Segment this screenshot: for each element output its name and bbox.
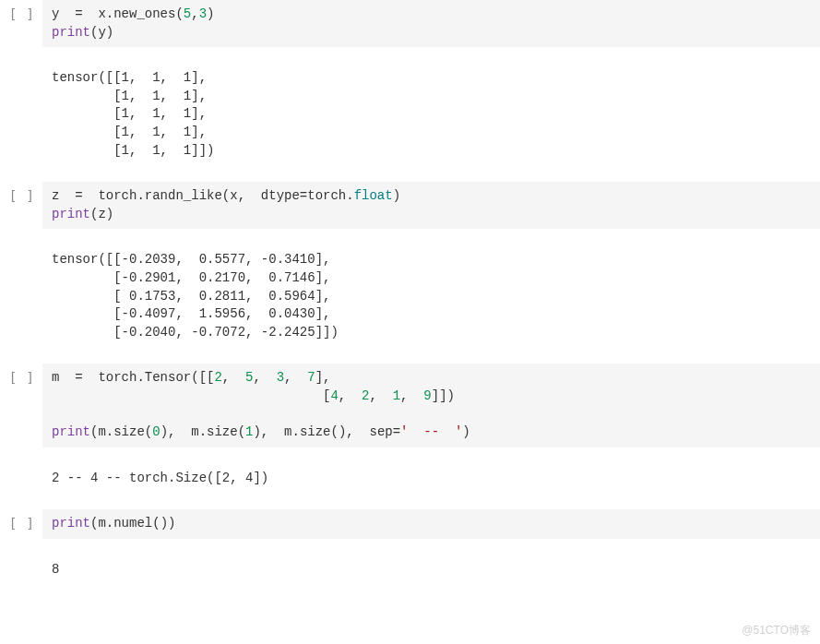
output-text: tensor([[1, 1, 1], [1, 1, 1], [1, 1, 1],… [42,64,820,165]
output-cell: 2 -- 4 -- torch.Size([2, 4]) [0,464,820,494]
code-cell[interactable]: [ ]y = x.new_ones(5,3) print(y) [0,0,820,47]
code-input[interactable]: z = torch.randn_like(x, dtype=torch.floa… [42,182,820,229]
output-cell: tensor([[1, 1, 1], [1, 1, 1], [1, 1, 1],… [0,64,820,165]
output-cell: tensor([[-0.2039, 0.5577, -0.3410], [-0.… [0,245,820,347]
output-prompt [0,464,42,475]
execution-prompt[interactable]: [ ] [0,364,42,393]
code-input[interactable]: m = torch.Tensor([[2, 5, 3, 7], [4, 2, 1… [42,364,820,447]
output-prompt [0,555,42,566]
code-cell[interactable]: [ ]z = torch.randn_like(x, dtype=torch.f… [0,182,820,229]
execution-prompt[interactable]: [ ] [0,509,42,539]
execution-prompt[interactable]: [ ] [0,0,42,30]
code-input[interactable]: y = x.new_ones(5,3) print(y) [42,0,820,47]
execution-prompt[interactable]: [ ] [0,182,42,211]
code-input[interactable]: print(m.numel()) [42,509,820,539]
code-cell[interactable]: [ ]m = torch.Tensor([[2, 5, 3, 7], [4, 2… [0,364,820,447]
output-prompt [0,64,42,75]
output-cell: 8 [0,555,820,585]
output-text: 8 [42,555,820,585]
code-cell[interactable]: [ ]print(m.numel()) [0,509,820,539]
output-text: tensor([[-0.2039, 0.5577, -0.3410], [-0.… [42,245,820,347]
output-text: 2 -- 4 -- torch.Size([2, 4]) [42,464,820,494]
output-prompt [0,245,42,256]
